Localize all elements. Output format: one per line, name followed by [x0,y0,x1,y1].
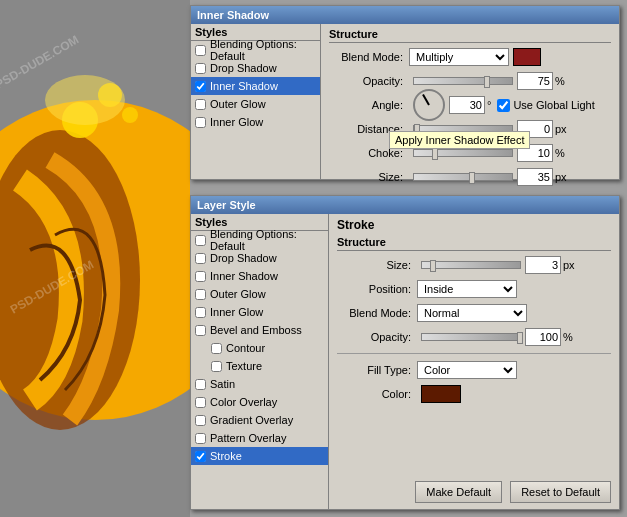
style-texture-bottom[interactable]: Texture [191,357,328,375]
style-pattern-overlay-checkbox-bottom[interactable] [195,433,206,444]
style-satin-checkbox-bottom[interactable] [195,379,206,390]
style-gradient-overlay-bottom[interactable]: Gradient Overlay [191,411,328,429]
style-blending-options-top[interactable]: Blending Options: Default [191,41,320,59]
opacity-input-top[interactable] [517,72,553,90]
size-row-top: Size: px [329,167,611,187]
size-thumb-bottom[interactable] [430,260,436,272]
style-stroke-bottom[interactable]: Stroke [191,447,328,465]
opacity-thumb-top[interactable] [484,76,490,88]
styles-sidebar-bottom: Styles Blending Options: Default Drop Sh… [191,214,329,509]
layer-style-title: Layer Style [191,196,619,214]
style-pattern-overlay-label-bottom: Pattern Overlay [210,432,286,444]
style-inner-glow-checkbox-bottom[interactable] [195,307,206,318]
blend-mode-select-bottom[interactable]: Normal Multiply Screen [417,304,527,322]
angle-row-top: Angle: ° Use Global Light Apply Inner Sh… [329,95,611,115]
color-row-bottom: Color: [337,384,611,404]
style-outer-glow-checkbox-bottom[interactable] [195,289,206,300]
style-inner-glow-checkbox-top[interactable] [195,117,206,128]
style-color-overlay-checkbox-bottom[interactable] [195,397,206,408]
divider-bottom [337,353,611,354]
choke-input-top[interactable] [517,144,553,162]
svg-point-6 [45,75,125,125]
inner-shadow-title: Inner Shadow [191,6,619,24]
size-input-bottom[interactable] [525,256,561,274]
style-inner-glow-bottom[interactable]: Inner Glow [191,303,328,321]
use-global-light-checkbox[interactable] [497,99,510,112]
style-color-overlay-label-bottom: Color Overlay [210,396,277,408]
angle-label-top: Angle: [329,99,409,111]
choke-slider-top[interactable] [413,149,513,157]
style-bevel-checkbox-bottom[interactable] [195,325,206,336]
distance-slider-top[interactable] [413,125,513,133]
style-outer-glow-top[interactable]: Outer Glow [191,95,320,113]
style-color-overlay-bottom[interactable]: Color Overlay [191,393,328,411]
style-inner-shadow-checkbox-top[interactable] [195,81,206,92]
style-stroke-checkbox-bottom[interactable] [195,451,206,462]
opacity-input-bottom[interactable] [525,328,561,346]
blend-mode-row-bottom: Blend Mode: Normal Multiply Screen [337,303,611,323]
style-blending-checkbox-top[interactable] [195,45,206,56]
styles-title-top: Styles [195,26,227,38]
style-blending-label-top: Blending Options: Default [210,38,316,62]
blend-mode-select-top[interactable]: Multiply Normal Screen [409,48,509,66]
distance-input-top[interactable] [517,120,553,138]
choke-thumb-top[interactable] [432,148,438,160]
choke-label-top: Choke: [329,147,409,159]
style-inner-glow-top[interactable]: Inner Glow [191,113,320,131]
blend-color-swatch-top[interactable] [513,48,541,66]
fill-type-label: Fill Type: [337,364,417,376]
position-row-bottom: Position: Inside Outside Center [337,279,611,299]
opacity-unit-bottom: % [563,331,573,343]
style-gradient-overlay-label-bottom: Gradient Overlay [210,414,293,426]
distance-row-top: Distance: px [329,119,611,139]
style-drop-shadow-checkbox-top[interactable] [195,63,206,74]
use-global-light-text: Use Global Light [513,99,594,111]
style-outer-glow-label-bottom: Outer Glow [210,288,266,300]
style-outer-glow-checkbox-top[interactable] [195,99,206,110]
svg-point-5 [122,107,138,123]
structure-title-top: Structure [329,28,611,43]
size-slider-top[interactable] [413,173,513,181]
style-inner-shadow-top[interactable]: Inner Shadow [191,77,320,95]
styles-sidebar-top: Styles Blending Options: Default Drop Sh… [191,24,321,179]
distance-thumb-top[interactable] [414,124,420,136]
opacity-slider-bottom[interactable] [421,333,521,341]
size-slider-bottom[interactable] [421,261,521,269]
style-bevel-label-bottom: Bevel and Emboss [210,324,302,336]
fill-type-select[interactable]: Color Gradient Pattern [417,361,517,379]
style-drop-shadow-checkbox-bottom[interactable] [195,253,206,264]
opacity-slider-top[interactable] [413,77,513,85]
angle-dial-top[interactable] [413,89,445,121]
angle-unit-top: ° [487,99,491,111]
style-contour-checkbox-bottom[interactable] [211,343,222,354]
stroke-content: Stroke Structure Size: px Position: Insi… [329,214,619,509]
style-inner-shadow-label-top: Inner Shadow [210,80,278,92]
style-bevel-bottom[interactable]: Bevel and Emboss [191,321,328,339]
style-blending-bottom[interactable]: Blending Options: Default [191,231,328,249]
style-outer-glow-bottom[interactable]: Outer Glow [191,285,328,303]
inner-shadow-panel: Inner Shadow Styles Blending Options: De… [190,5,620,180]
stroke-section-title: Stroke [337,218,611,232]
position-select-bottom[interactable]: Inside Outside Center [417,280,517,298]
style-inner-shadow-bottom[interactable]: Inner Shadow [191,267,328,285]
style-texture-checkbox-bottom[interactable] [211,361,222,372]
style-contour-label-bottom: Contour [226,342,265,354]
size-input-top[interactable] [517,168,553,186]
color-swatch-bottom[interactable] [421,385,461,403]
opacity-thumb-bottom[interactable] [517,332,523,344]
style-contour-bottom[interactable]: Contour [191,339,328,357]
reset-to-default-button[interactable]: Reset to Default [510,481,611,503]
opacity-label-top: Opacity: [329,75,409,87]
distance-label-top: Distance: [329,123,409,135]
style-inner-shadow-checkbox-bottom[interactable] [195,271,206,282]
style-satin-bottom[interactable]: Satin [191,375,328,393]
make-default-button[interactable]: Make Default [415,481,502,503]
style-gradient-overlay-checkbox-bottom[interactable] [195,415,206,426]
use-global-light-label[interactable]: Use Global Light [497,99,594,112]
style-blending-checkbox-bottom[interactable] [195,235,206,246]
size-unit-bottom: px [563,259,575,271]
style-pattern-overlay-bottom[interactable]: Pattern Overlay [191,429,328,447]
angle-input-top[interactable] [449,96,485,114]
fill-type-row: Fill Type: Color Gradient Pattern [337,360,611,380]
size-thumb-top[interactable] [469,172,475,184]
